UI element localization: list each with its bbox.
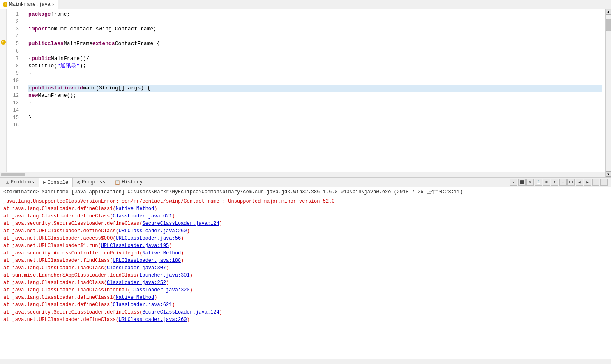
code-area[interactable]: package frame;import com.mr.contact.swin…: [25, 9, 605, 172]
console-line: at java.lang.ClassLoader.defineClass1(Na…: [3, 294, 608, 301]
toolbar-btn-10[interactable]: ⋮: [592, 179, 599, 186]
editor-content[interactable]: ⚡ 12345678910111213141516 package frame;…: [0, 9, 605, 172]
toolbar-btn-8[interactable]: ◀: [576, 179, 583, 186]
console-text: at java.security.AccessController.doPriv…: [3, 250, 139, 256]
panel-tab-problems[interactable]: ⚠Problems: [2, 177, 39, 187]
console-line: at java.lang.ClassLoader.defineClass(Cla…: [3, 213, 608, 220]
fold-icon[interactable]: ▸: [28, 85, 31, 92]
panel-tab-progress[interactable]: ◷Progress: [73, 177, 110, 187]
code-line: [28, 121, 602, 129]
console-link[interactable]: URLClassLoader.java:260: [119, 317, 187, 323]
console-link[interactable]: Native Method: [116, 295, 154, 300]
console-link[interactable]: Native Method: [142, 250, 181, 256]
toolbar-btn-6[interactable]: ⬇: [559, 179, 567, 186]
console-paren: ): [187, 228, 190, 234]
tab-close-button[interactable]: ✕: [52, 2, 55, 7]
code-line: ▸ public MainFrame(){: [28, 55, 602, 62]
code-token: "通讯录": [57, 62, 80, 70]
line-number: 5: [7, 40, 21, 48]
code-line: [28, 107, 602, 114]
panel-scrollbar-horizontal[interactable]: [0, 359, 611, 364]
toolbar-btn-11[interactable]: ⋮: [600, 179, 608, 186]
editor-scrollbar-vertical[interactable]: ▲ ▼: [605, 9, 611, 177]
code-line: }: [28, 70, 602, 77]
console-paren: (: [116, 317, 119, 323]
console-paren: (: [113, 206, 115, 212]
scroll-up-button[interactable]: ▲: [606, 9, 611, 15]
toolbar-btn-4[interactable]: ⊞: [543, 179, 550, 186]
bottom-panel: ⚠Problems▶Console◷Progress📋History✕⬛⚙📋⊞⬆…: [0, 177, 611, 364]
marker-row: [0, 98, 6, 105]
console-line: at java.net.URLClassLoader.findClass(URL…: [3, 257, 608, 264]
marker-row: [0, 53, 6, 61]
console-text: at java.lang.ClassLoader.defineClass: [3, 302, 110, 308]
history-tab-icon: 📋: [115, 180, 120, 185]
code-line: import com.mr.contact.swing.ContactFrame…: [28, 25, 602, 33]
console-link[interactable]: ClassLoader.java:307: [107, 265, 166, 271]
console-line: at java.net.URLClassLoader.defineClass(U…: [3, 227, 608, 235]
console-link[interactable]: Native Method: [116, 206, 154, 212]
editor-tab-bar: J MainFrame.java ✕: [0, 0, 611, 9]
console-text: at java.lang.ClassLoader.defineClass1: [3, 206, 113, 212]
editor-main: ⚡ 12345678910111213141516 package frame;…: [0, 9, 611, 177]
console-link[interactable]: URLClassLoader.java:195: [101, 243, 169, 249]
panel-content: <terminated> MainFrame [Java Application…: [0, 187, 611, 364]
console-paren: (: [127, 287, 130, 293]
console-link[interactable]: ClassLoader.java:621: [113, 302, 172, 308]
console-link[interactable]: Launcher.java:301: [139, 272, 189, 278]
code-token: }: [28, 70, 32, 77]
editor-tab-mainframe[interactable]: J MainFrame.java ✕: [0, 0, 58, 9]
line-number: 12: [7, 92, 21, 99]
console-output[interactable]: java.lang.UnsupportedClassVersionError: …: [0, 197, 611, 359]
marker-row: [0, 112, 6, 120]
console-link[interactable]: URLClassLoader.java:188: [113, 258, 181, 263]
console-link[interactable]: ClassLoader.java:252: [107, 280, 166, 286]
console-line: at sun.misc.Launcher$AppClassLoader.load…: [3, 272, 608, 279]
toolbar-btn-5[interactable]: ⬆: [551, 179, 558, 186]
fold-icon[interactable]: ▸: [28, 55, 31, 62]
line-number: 8: [7, 62, 21, 70]
marker-row: [0, 76, 6, 83]
java-file-icon: J: [3, 2, 7, 7]
toolbar-btn-0[interactable]: ✕: [510, 179, 517, 186]
console-paren: ): [154, 206, 157, 212]
toolbar-btn-7[interactable]: 🗖: [567, 179, 575, 186]
console-line: at java.lang.ClassLoader.defineClass1(Na…: [3, 205, 608, 213]
line-number: 13: [7, 99, 21, 107]
console-text: at java.net.URLClassLoader.defineClass: [3, 228, 116, 234]
line-number: 3: [7, 25, 21, 33]
problems-tab-icon: ⚠: [6, 180, 9, 185]
code-line: }: [28, 114, 602, 121]
scroll-thumb[interactable]: [606, 19, 611, 31]
console-link[interactable]: ClassLoader.java:320: [131, 287, 190, 293]
code-token: public: [32, 85, 51, 92]
toolbar-btn-2[interactable]: ⚙: [526, 179, 534, 186]
marker-row: [0, 68, 6, 76]
panel-tab-history[interactable]: 📋History: [110, 177, 147, 187]
toolbar-btn-3[interactable]: 📋: [535, 179, 542, 186]
scroll-track: [606, 15, 611, 171]
console-text: at java.lang.ClassLoader.loadClass: [3, 280, 104, 286]
line-number: 7: [7, 55, 21, 62]
line-number: 4: [7, 33, 21, 40]
scroll-down-button[interactable]: ▼: [606, 171, 611, 177]
toolbar-btn-1[interactable]: ⬛: [518, 179, 526, 186]
code-token: package: [28, 11, 51, 18]
toolbar-btn-9[interactable]: ▶: [584, 179, 591, 186]
console-link[interactable]: URLClassLoader.java:56: [116, 236, 181, 241]
editor-scrollbar-horizontal[interactable]: [0, 172, 605, 177]
marker-row: [0, 46, 6, 53]
console-link[interactable]: SecureClassLoader.java:124: [142, 221, 219, 227]
scrollbar-h-thumb[interactable]: [1, 173, 25, 176]
console-link[interactable]: SecureClassLoader.java:124: [142, 309, 219, 315]
code-token: static: [51, 85, 70, 92]
code-token: );: [80, 62, 86, 70]
console-line: at java.lang.ClassLoader.loadClassIntern…: [3, 286, 608, 294]
code-token: new: [28, 92, 38, 99]
line-number: 2: [7, 18, 21, 25]
panel-tab-console[interactable]: ▶Console: [39, 178, 73, 188]
console-text: java.lang.UnsupportedClassVersionError: …: [3, 199, 335, 204]
console-link[interactable]: URLClassLoader.java:260: [119, 228, 187, 234]
console-paren: ): [187, 317, 190, 323]
console-link[interactable]: ClassLoader.java:621: [113, 213, 172, 219]
